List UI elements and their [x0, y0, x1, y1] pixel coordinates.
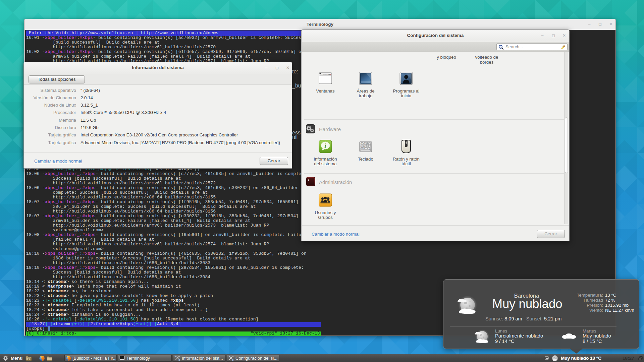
svg-text:Q: Q [361, 145, 363, 147]
svg-text:E: E [367, 143, 368, 144]
svg-text:⇧: ⇧ [369, 148, 370, 150]
svg-text:S: S [364, 145, 365, 147]
svg-text:$_: $_ [308, 179, 311, 181]
svg-text:i: i [324, 142, 326, 149]
svg-text:Ctrl: Ctrl [361, 148, 364, 149]
svg-text:A: A [361, 143, 362, 144]
svg-text:Z: Z [364, 143, 365, 144]
svg-text:Opciones ventana: Opciones ventana [323, 74, 331, 75]
svg-text:D: D [367, 145, 368, 147]
